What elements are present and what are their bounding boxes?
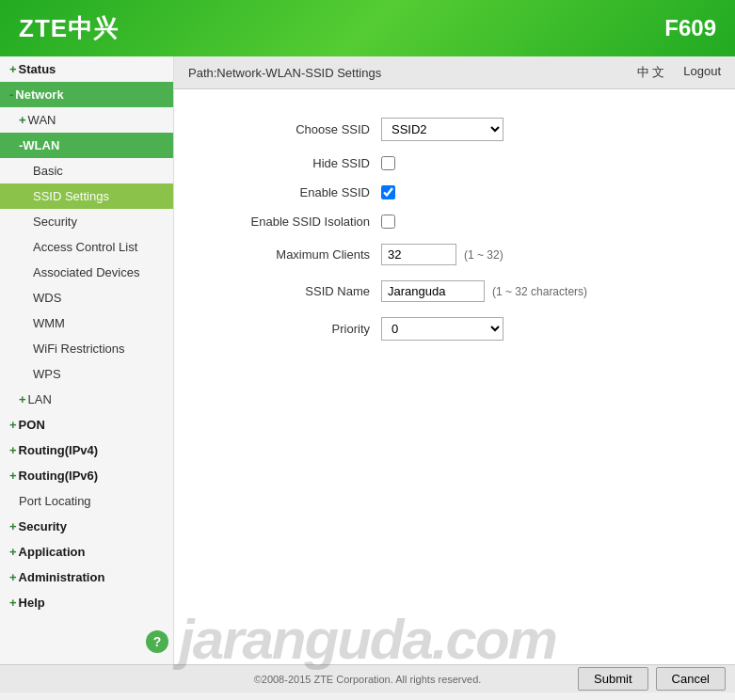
sidebar-item-routing-ipv6[interactable]: +Routing(IPv6) — [0, 463, 173, 488]
sidebar-item-security[interactable]: Security — [0, 209, 173, 234]
form-area: Choose SSID SSID1 SSID2 SSID3 SSID4 Hide… — [174, 89, 735, 664]
choose-ssid-select[interactable]: SSID1 SSID2 SSID3 SSID4 — [381, 118, 503, 141]
ssid-name-control: (1 ~ 32 characters) — [381, 280, 587, 302]
logout-link[interactable]: Logout — [683, 64, 721, 81]
max-clients-input[interactable] — [381, 244, 456, 265]
sidebar-item-administration[interactable]: +Administration — [0, 565, 173, 590]
sidebar-item-associated-devices[interactable]: Associated Devices — [0, 260, 173, 285]
max-clients-control: (1 ~ 32) — [381, 244, 503, 265]
priority-label: Priority — [193, 322, 381, 336]
max-clients-row: Maximum Clients (1 ~ 32) — [193, 244, 716, 265]
hide-ssid-control — [381, 156, 395, 170]
logo: ZTE中兴 — [19, 12, 119, 45]
sidebar-item-security-section[interactable]: +Security — [0, 514, 173, 539]
sidebar-item-application[interactable]: +Application — [0, 539, 173, 565]
enable-ssid-isolation-checkbox[interactable] — [381, 215, 395, 229]
sidebar-item-wmm[interactable]: WMM — [0, 310, 173, 336]
footer-buttons: Submit Cancel — [578, 667, 726, 691]
ssid-name-row: SSID Name (1 ~ 32 characters) — [193, 280, 716, 302]
header: ZTE中兴 F609 — [0, 0, 735, 56]
sidebar-item-routing-ipv4[interactable]: +Routing(IPv4) — [0, 438, 173, 463]
hide-ssid-row: Hide SSID — [193, 156, 716, 170]
submit-button[interactable]: Submit — [578, 667, 647, 691]
hide-ssid-label: Hide SSID — [193, 156, 381, 170]
enable-ssid-isolation-control — [381, 215, 395, 229]
ssid-name-label: SSID Name — [193, 284, 381, 298]
priority-control: 0 1 2 3 4 5 6 7 — [381, 317, 503, 341]
sidebar-item-wps[interactable]: WPS — [0, 361, 173, 387]
sidebar-item-wlan[interactable]: -WLAN — [0, 133, 173, 158]
sidebar-item-lan[interactable]: +LAN — [0, 387, 173, 412]
sidebar-item-wan[interactable]: +WAN — [0, 107, 173, 133]
choose-ssid-label: Choose SSID — [193, 122, 381, 136]
max-clients-hint: (1 ~ 32) — [464, 248, 503, 262]
enable-ssid-isolation-label: Enable SSID Isolation — [193, 215, 381, 229]
enable-ssid-control — [381, 185, 395, 199]
model-name: F609 — [664, 15, 716, 41]
priority-row: Priority 0 1 2 3 4 5 6 7 — [193, 317, 716, 341]
sidebar-item-wifi-restrictions[interactable]: WiFi Restrictions — [0, 336, 173, 361]
sidebar-item-access-control-list[interactable]: Access Control List — [0, 234, 173, 260]
enable-ssid-checkbox[interactable] — [381, 185, 395, 199]
sidebar: +Status -Network +WAN -WLAN Basic SSID S… — [0, 56, 174, 664]
sidebar-item-wds[interactable]: WDS — [0, 285, 173, 310]
cancel-button[interactable]: Cancel — [656, 667, 726, 691]
choose-ssid-control: SSID1 SSID2 SSID3 SSID4 — [381, 118, 503, 141]
sidebar-item-ssid-settings[interactable]: SSID Settings — [0, 183, 173, 209]
footer: ©2008-2015 ZTE Corporation. All rights r… — [0, 664, 735, 692]
enable-ssid-isolation-row: Enable SSID Isolation — [193, 215, 716, 229]
breadcrumb-actions: 中 文 Logout — [637, 64, 721, 81]
sidebar-item-network[interactable]: -Network — [0, 82, 173, 107]
choose-ssid-row: Choose SSID SSID1 SSID2 SSID3 SSID4 — [193, 118, 716, 141]
sidebar-item-help[interactable]: +Help — [0, 590, 173, 615]
breadcrumb-path: Path:Network-WLAN-SSID Settings — [188, 66, 381, 80]
logo-text: ZTE中兴 — [19, 12, 119, 45]
sidebar-item-pon[interactable]: +PON — [0, 412, 173, 438]
hide-ssid-checkbox[interactable] — [381, 156, 395, 170]
breadcrumb-bar: Path:Network-WLAN-SSID Settings 中 文 Logo… — [174, 56, 735, 89]
sidebar-item-basic[interactable]: Basic — [0, 158, 173, 183]
help-button[interactable]: ? — [146, 630, 168, 653]
ssid-name-hint: (1 ~ 32 characters) — [492, 285, 587, 298]
sidebar-item-port-locating[interactable]: Port Locating — [0, 488, 173, 514]
copyright-text: ©2008-2015 ZTE Corporation. All rights r… — [254, 674, 482, 685]
main-content: Path:Network-WLAN-SSID Settings 中 文 Logo… — [174, 56, 735, 664]
sidebar-item-status[interactable]: +Status — [0, 56, 173, 82]
max-clients-label: Maximum Clients — [193, 247, 381, 262]
language-switch[interactable]: 中 文 — [637, 64, 665, 81]
priority-select[interactable]: 0 1 2 3 4 5 6 7 — [381, 317, 503, 341]
ssid-name-input[interactable] — [381, 280, 485, 302]
main-layout: +Status -Network +WAN -WLAN Basic SSID S… — [0, 56, 735, 664]
enable-ssid-row: Enable SSID — [193, 185, 716, 199]
enable-ssid-label: Enable SSID — [193, 185, 381, 199]
